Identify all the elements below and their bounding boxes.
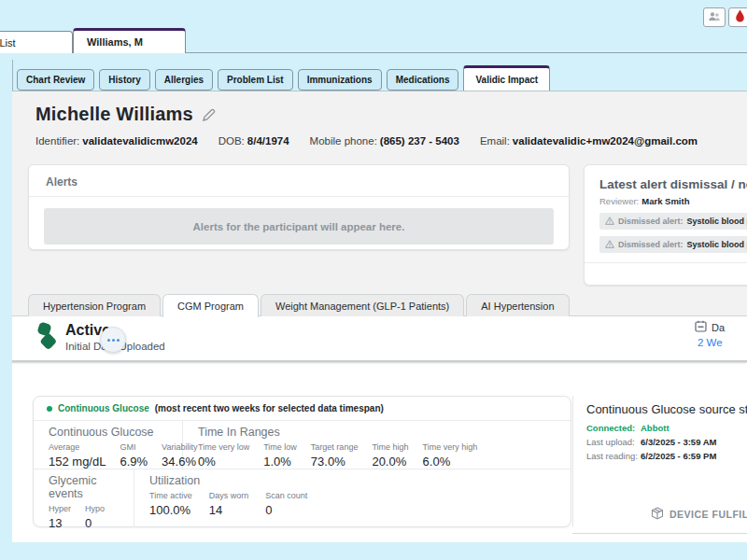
tab-ai-hypertension[interactable]: AI Hypertension <box>466 294 569 316</box>
stat-label: Time very high <box>423 442 478 452</box>
reviewer-name: Mark Smith <box>641 196 689 206</box>
app-window: List Williams, M Chart Review History Al… <box>0 0 747 560</box>
timespan-control[interactable]: Da <box>695 320 725 334</box>
tab-validic-impact[interactable]: Validic Impact <box>463 65 550 91</box>
continuous-glucose-card: Continuous Glucose (most recent two week… <box>33 396 571 527</box>
stat-label: Scan count <box>265 491 307 500</box>
section-divider <box>572 533 747 534</box>
metrics-row: Glycemic events Hyper 13 Hypo 0 <box>34 469 571 527</box>
row-value: 6/3/2025 - 3:59 AM <box>641 437 717 447</box>
group-glycemic-events: Glycemic events Hyper 13 Hypo 0 <box>34 469 134 527</box>
group-time-in-ranges: Time In Ranges Time very low 0% Time low… <box>183 421 571 469</box>
stat-label: Time active <box>149 491 192 500</box>
cg-card-header: Continuous Glucose (most recent two week… <box>34 397 571 421</box>
cg-section-label: Continuous Glucose <box>58 403 149 413</box>
field-label: Identifier: <box>35 135 79 147</box>
tab-patient-label: Williams, M <box>87 36 143 48</box>
stat-value: 13 <box>49 516 71 530</box>
metrics-row: Continuous Glucose Average 152 mg/dL GMI… <box>34 421 571 469</box>
ehr-tab-bar: Chart Review History Allergies Problem L… <box>17 65 550 91</box>
tab-hypertension-program[interactable]: Hypertension Program <box>28 294 161 316</box>
row-value: Abbott <box>641 423 669 433</box>
users-icon <box>708 9 721 26</box>
dismissed-alert-text: Systolic blood pressure is gre <box>687 240 747 249</box>
dismissed-alert-row: Dismissed alert: Systolic blood pressure… <box>599 213 747 230</box>
patient-dob: DOB:8/4/1974 <box>218 135 289 147</box>
column-divider <box>572 396 573 527</box>
alerts-empty-message: Alerts for the participant will appear h… <box>44 208 554 245</box>
validic-logo-icon <box>35 322 57 356</box>
main-content: Michelle Williams Identifier:validateval… <box>12 91 747 541</box>
patient-demographics: Identifier:validatevalidicmw2024 DOB:8/4… <box>35 135 698 147</box>
field-label: DOB: <box>218 135 245 147</box>
tab-label: Problem List <box>227 75 284 85</box>
stat-label: Average <box>49 442 106 452</box>
timespan-label: Da <box>712 322 725 333</box>
stat-label: Hyper <box>49 504 71 513</box>
tab-immunizations[interactable]: Immunizations <box>298 69 382 91</box>
stat-value: 20.0% <box>372 455 408 469</box>
stat-label: Time very low <box>198 442 249 452</box>
source-status-panel: Continuous Glucose source status Connect… <box>586 402 747 465</box>
stat-value: 6.0% <box>423 455 478 469</box>
row-label: Last upload: <box>586 437 641 447</box>
timespan-value-link[interactable]: 2 We <box>698 337 723 348</box>
tab-allergies[interactable]: Allergies <box>155 69 213 91</box>
group-title: Glycemic events <box>49 474 134 500</box>
stat-hyper: Hyper 13 <box>49 504 71 530</box>
row-label: Connected: <box>586 423 641 433</box>
tab-label: Immunizations <box>307 75 373 85</box>
green-dot-icon <box>47 406 52 412</box>
tab-chart-review[interactable]: Chart Review <box>17 69 94 91</box>
stat-label: Time high <box>372 442 408 452</box>
dismissed-alert-text: Systolic blood pressure is gre <box>687 217 747 226</box>
alerts-card: Alerts Alerts for the participant will a… <box>28 164 570 250</box>
tab-medications[interactable]: Medications <box>387 69 459 91</box>
field-label: Email: <box>480 135 510 147</box>
cg-section-note: (most recent two weeks for selected data… <box>155 403 384 413</box>
users-button[interactable] <box>703 7 726 27</box>
tab-problem-list[interactable]: Problem List <box>218 69 293 91</box>
stat-value: 14 <box>209 503 249 517</box>
device-fulfillment-section[interactable]: DEVICE FULFILLMENT <box>651 507 747 522</box>
alerts-card-title: Alerts <box>29 165 569 197</box>
stat-value: 0 <box>265 503 307 517</box>
tab-label: Validic Impact <box>475 75 538 85</box>
tab-label: History <box>108 75 140 85</box>
tab-history[interactable]: History <box>99 69 149 91</box>
stat-value: 100.0% <box>149 503 192 517</box>
dismissal-card-title: Latest alert dismissal / note <box>585 165 747 196</box>
more-options-button[interactable] <box>100 327 126 353</box>
dismissed-alert-label: Dismissed alert: <box>618 240 684 249</box>
tab-label: Allergies <box>164 75 204 85</box>
tab-label: Medications <box>396 75 450 85</box>
group-utilization: Utilization Time active 100.0% Days worn… <box>134 469 571 527</box>
tab-list[interactable]: List <box>0 31 73 53</box>
patient-identifier: Identifier:validatevalidicmw2024 <box>35 135 198 147</box>
blood-drop-button[interactable] <box>728 7 747 27</box>
stat-hypo: Hypo 0 <box>85 504 105 530</box>
tab-label: AI Hypertension <box>481 301 554 312</box>
group-title: Utilization <box>149 474 571 487</box>
tab-weight-management[interactable]: Weight Management (GLP-1 Patients) <box>261 294 464 316</box>
field-value: (865) 237 - 5403 <box>380 135 459 147</box>
stat-time-very-low: Time very low 0% <box>198 442 249 469</box>
source-status-title: Continuous Glucose source status <box>586 402 747 416</box>
reviewer-row: Reviewer:Mark Smith <box>585 196 747 206</box>
dismissal-card: Latest alert dismissal / note Reviewer:M… <box>584 164 747 286</box>
patient-email: Email:validatevalidic+mw2024@gmail.com <box>480 135 698 147</box>
card-divider <box>585 262 747 263</box>
stat-label: Time low <box>263 442 297 452</box>
device-fulfillment-label: DEVICE FULFILLMENT <box>669 509 747 520</box>
tab-label: Hypertension Program <box>43 301 146 312</box>
tab-list-label: List <box>0 37 16 49</box>
package-icon <box>651 507 664 522</box>
calendar-icon <box>695 320 707 334</box>
stat-average: Average 152 mg/dL <box>49 442 106 469</box>
field-value: validatevalidic+mw2024@gmail.com <box>513 135 698 147</box>
stat-label: Days worn <box>209 491 249 500</box>
source-connected-row: Connected: Abbott <box>586 423 747 433</box>
tab-patient-williams[interactable]: Williams, M <box>73 28 186 53</box>
edit-pencil-icon[interactable] <box>203 108 216 121</box>
tab-cgm-program[interactable]: CGM Program <box>162 294 259 317</box>
